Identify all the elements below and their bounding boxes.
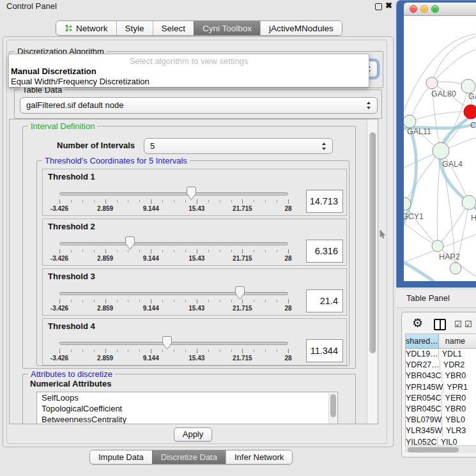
table-cell[interactable]: YBR045C (406, 404, 442, 415)
tick-label: -3.426 (45, 355, 74, 362)
table-cell[interactable]: YER054C (406, 393, 442, 404)
column-header-shared[interactable]: shared… (406, 334, 439, 349)
table-cell[interactable]: YIL0 (438, 437, 476, 447)
tab-impute-data[interactable]: Impute Data (90, 450, 152, 464)
slider-handle[interactable] (125, 236, 135, 250)
tick-label: 21.715 (227, 255, 257, 262)
threshold-block-3: Threshold 3-3.4262.8599.14415.4321.71528… (42, 268, 347, 316)
table-cell[interactable]: YBR043C (406, 371, 442, 381)
column-header-name[interactable]: name (439, 334, 476, 349)
checkbox-icon[interactable]: ☑ (464, 319, 472, 329)
network-canvas[interactable]: GAL80GACGAL11GAL4GCY1HHAP2 (404, 16, 476, 281)
tab-label: jActiveMNodules (269, 24, 334, 33)
slider-track[interactable] (59, 342, 288, 345)
vertical-scrollbar-thumb[interactable] (369, 132, 376, 353)
table-cell[interactable]: YLR3 (443, 426, 476, 436)
table-cell[interactable]: YBL079W (406, 415, 442, 426)
network-edge[interactable] (410, 112, 471, 121)
slider-track[interactable] (59, 292, 288, 295)
network-window-titlebar[interactable] (404, 3, 476, 16)
close-panel-button[interactable]: ✖ (385, 1, 392, 10)
table-cell[interactable]: YDR27… (406, 360, 440, 371)
list-item[interactable]: SelfLoops (37, 392, 337, 403)
tab-jactivemnodules[interactable]: jActiveMNodules (260, 21, 342, 35)
minimize-button[interactable] (420, 5, 428, 13)
network-node-h[interactable] (462, 196, 476, 210)
table-row[interactable]: YPR145WYPR1 (406, 382, 476, 393)
thresholds-group: Threshold's Coordinates for 5 Intervals … (36, 160, 349, 366)
network-node-label: HAP2 (439, 252, 460, 261)
table-cell[interactable]: YBL0 (442, 415, 476, 426)
tab-style[interactable]: Style (116, 21, 153, 35)
slider-handle[interactable] (187, 187, 196, 200)
split-columns-icon[interactable] (434, 319, 446, 330)
tab-discretize-data[interactable]: Discretize Data (152, 450, 226, 464)
tick-label: 9.144 (136, 305, 165, 312)
network-edge-thick[interactable] (404, 260, 433, 281)
horizontal-scrollbar-thumb[interactable] (408, 447, 459, 452)
dropdown-hint-option[interactable]: Select algorithm to view settings (9, 56, 369, 66)
table-row[interactable]: YBR043CYBR0 (406, 371, 476, 381)
table-cell[interactable]: YDL19… (406, 349, 439, 360)
dropdown-option-equal-width-frequency[interactable]: Equal Width/Frequency Discretization (11, 77, 150, 86)
dropdown-option-manual-discretization[interactable]: Manual Discretization (11, 66, 96, 76)
gear-icon[interactable]: ⚙ (412, 316, 423, 330)
tick-label: 2.859 (91, 355, 120, 362)
threshold-block-2: Threshold 2-3.4262.8599.14415.4321.71528… (42, 219, 347, 266)
vertical-scrollbar[interactable] (367, 119, 378, 424)
table-panel-title: Table Panel (406, 293, 450, 303)
tick-label: -3.426 (45, 255, 74, 262)
float-window-button[interactable] (375, 3, 382, 10)
horizontal-scrollbar[interactable] (405, 445, 476, 453)
network-node[interactable] (450, 263, 461, 274)
table-row[interactable]: YER054CYER0 (406, 393, 476, 404)
threshold-value-field[interactable]: 6.316 (306, 240, 343, 263)
numerical-attributes-list[interactable]: SelfLoopsTopologicalCoefficientBetweenne… (36, 392, 338, 424)
table-cell[interactable]: YIL052C (406, 437, 438, 447)
network-node-gal11[interactable] (404, 115, 416, 128)
slider-handle[interactable] (162, 336, 172, 349)
slider-track[interactable] (59, 242, 288, 245)
table-row[interactable]: YBL079WYBL0 (406, 415, 476, 426)
table-cell[interactable]: YDL1 (439, 349, 476, 360)
table-row[interactable]: YBR045CYBR0 (406, 404, 476, 415)
table-cell[interactable]: YPR1 (443, 382, 476, 393)
table-row[interactable]: YDL19…YDL1 (406, 349, 476, 360)
network-node-gal80[interactable] (426, 77, 438, 89)
tab-select[interactable]: Select (153, 21, 194, 35)
network-node-ga[interactable] (461, 79, 475, 93)
table-cell[interactable]: YER0 (442, 393, 476, 404)
slider-track[interactable] (59, 192, 288, 196)
table-row[interactable]: YIL052CYIL0 (406, 437, 476, 447)
tab-network[interactable]: Network (56, 21, 116, 35)
zoom-button[interactable] (431, 5, 439, 13)
threshold-value-field[interactable]: 21.4 (306, 289, 343, 312)
table-row[interactable]: YLR345WYLR3 (406, 426, 476, 436)
table-cell[interactable]: YDR2 (440, 360, 476, 371)
table-cell[interactable]: YBR0 (442, 404, 476, 415)
checkbox-icon[interactable]: ☑ (454, 319, 462, 329)
list-item[interactable]: BetweennessCentrality (37, 414, 337, 424)
tab-label: Discretize Data (161, 452, 217, 462)
top-tab-bar: NetworkStyleSelectCyni ToolboxjActiveMNo… (56, 20, 342, 36)
list-item[interactable]: TopologicalCoefficient (37, 403, 337, 414)
close-button[interactable] (410, 5, 417, 13)
apply-button[interactable]: Apply (174, 427, 212, 441)
table-cell[interactable]: YLR345W (406, 426, 443, 436)
network-node-gal4[interactable] (433, 142, 449, 159)
list-scrollbar[interactable] (328, 393, 337, 424)
network-node-c[interactable] (464, 105, 476, 119)
network-node-hap2[interactable] (432, 240, 443, 252)
table-cell[interactable]: YPR145W (406, 382, 443, 393)
table-row[interactable]: YDR27…YDR2 (406, 360, 476, 371)
table-data-combobox[interactable]: galFiltered.sif default node (20, 97, 378, 114)
threshold-value-field[interactable]: 14.713 (306, 190, 343, 213)
number-of-intervals-combobox[interactable]: 5 (144, 138, 333, 154)
threshold-value-field[interactable]: 11.344 (306, 339, 343, 362)
slider-handle[interactable] (235, 286, 245, 300)
table-cell[interactable]: YBR0 (442, 371, 476, 381)
tab-infer-network[interactable]: Infer Network (226, 450, 292, 464)
network-edge[interactable] (404, 220, 438, 246)
tab-cyni-toolbox[interactable]: Cyni Toolbox (194, 21, 260, 35)
list-scrollbar-thumb[interactable] (330, 394, 336, 417)
